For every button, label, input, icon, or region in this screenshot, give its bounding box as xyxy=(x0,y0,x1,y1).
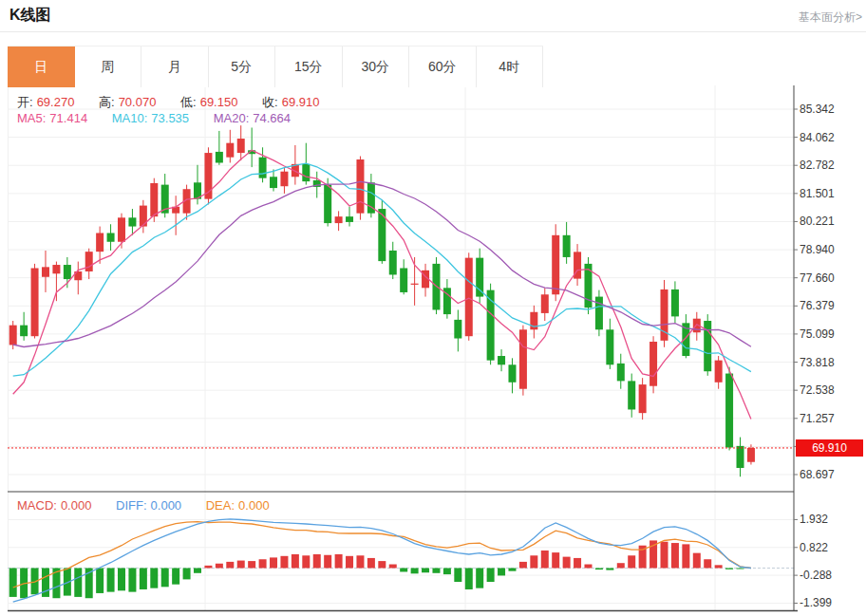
candle xyxy=(107,233,115,241)
candle xyxy=(324,185,331,223)
macd-bar xyxy=(313,554,321,569)
open-label: 开: xyxy=(17,95,33,109)
macd-bar xyxy=(574,558,581,569)
tab-月[interactable]: 月 xyxy=(141,47,209,87)
axis-label: 76.379 xyxy=(800,299,835,312)
candle xyxy=(476,258,483,297)
candle xyxy=(639,384,647,413)
axis-label: 73.818 xyxy=(800,356,835,369)
tab-15分[interactable]: 15分 xyxy=(275,47,343,87)
axis-label: 80.221 xyxy=(800,215,835,228)
tab-日[interactable]: 日 xyxy=(8,47,75,87)
macd-bar xyxy=(476,569,483,588)
candle xyxy=(552,235,559,294)
dea-value: 0.000 xyxy=(238,498,270,513)
macd-bar xyxy=(140,569,147,589)
candle xyxy=(671,289,679,316)
macd-bar xyxy=(411,569,419,574)
tab-4时[interactable]: 4时 xyxy=(477,47,544,87)
macd-bar xyxy=(465,569,473,589)
candle xyxy=(737,446,744,468)
macd-bar xyxy=(226,562,234,569)
candle xyxy=(128,217,136,226)
macd-bar xyxy=(628,555,635,568)
macd-bar xyxy=(422,569,429,573)
macd-bar xyxy=(704,559,711,568)
axis-label: 85.342 xyxy=(800,103,835,116)
macd-bar xyxy=(400,569,407,572)
tab-周[interactable]: 周 xyxy=(75,47,142,87)
macd-bar xyxy=(487,569,495,583)
candle xyxy=(140,206,147,227)
axis-label: 71.257 xyxy=(800,412,835,425)
candle xyxy=(259,158,267,178)
macd-bar xyxy=(248,561,255,568)
timeframe-tabbar: 日周月5分15分30分60分4时 xyxy=(8,46,543,87)
axis-label: 81.501 xyxy=(800,187,835,200)
axis-label: 82.782 xyxy=(800,159,835,172)
close-value: 69.910 xyxy=(282,95,320,109)
macd-bar xyxy=(335,554,343,569)
candle xyxy=(715,361,723,383)
candle xyxy=(747,448,755,462)
diff-label: DIFF: xyxy=(116,498,147,513)
macd-bar xyxy=(498,569,505,576)
axis-label: 1.932 xyxy=(800,513,828,526)
macd-bar xyxy=(107,569,115,592)
macd-bar xyxy=(216,564,223,569)
macd-bar xyxy=(237,561,245,569)
ma-legend: MA5:71.414 MA10:73.535 MA20:74.664 xyxy=(17,111,294,125)
macd-bar xyxy=(9,569,17,597)
macd-bar xyxy=(346,556,353,569)
macd-bar xyxy=(725,569,733,569)
chart-canvas[interactable]: 85.34284.06282.78281.50180.22178.94077.6… xyxy=(0,0,866,616)
axis-label: 84.062 xyxy=(800,131,835,144)
ma10-value: 73.535 xyxy=(151,111,189,125)
ma20-value: 74.664 xyxy=(253,111,291,125)
candle xyxy=(237,139,245,153)
axis-label: -1.399 xyxy=(800,596,832,609)
candle xyxy=(226,143,234,158)
macd-bar xyxy=(270,557,277,568)
high-label: 高: xyxy=(99,95,115,109)
candle xyxy=(389,251,397,274)
macd-bar xyxy=(302,555,310,568)
candle xyxy=(508,364,516,383)
candle xyxy=(150,183,158,216)
macd-bar xyxy=(292,554,299,569)
macd-bar xyxy=(715,565,723,568)
candle xyxy=(31,269,39,337)
dea-label: DEA: xyxy=(206,498,235,513)
macd-bar xyxy=(508,569,516,571)
candle xyxy=(216,152,223,163)
close-label: 收: xyxy=(262,95,278,109)
macd-bar xyxy=(378,561,386,568)
candle xyxy=(335,216,343,223)
candle xyxy=(302,164,310,181)
macd-bar xyxy=(661,542,668,569)
macd-bar xyxy=(356,555,364,568)
macd-bar xyxy=(584,565,592,569)
candle xyxy=(650,342,657,386)
high-value: 70.070 xyxy=(119,95,157,109)
macd-bar xyxy=(150,569,158,588)
axis-label: 72.538 xyxy=(800,383,835,397)
axis-label: 77.660 xyxy=(800,271,835,285)
low-label: 低: xyxy=(180,95,197,109)
macd-bar xyxy=(432,569,440,573)
macd-bar xyxy=(74,569,82,597)
tab-30分[interactable]: 30分 xyxy=(343,47,410,87)
macd-bar xyxy=(204,566,212,569)
ma5-label: MA5: xyxy=(17,111,46,125)
tab-5分[interactable]: 5分 xyxy=(209,47,276,87)
candle xyxy=(519,329,527,388)
candle xyxy=(498,356,505,364)
macd-bar xyxy=(161,569,169,588)
macd-bar xyxy=(389,565,397,569)
candle xyxy=(595,297,603,330)
tab-60分[interactable]: 60分 xyxy=(409,47,477,87)
ma5-value: 71.414 xyxy=(49,111,87,125)
candle xyxy=(465,258,473,337)
fundamental-analysis-link[interactable]: 基本面分析> xyxy=(799,9,862,26)
candle xyxy=(454,320,461,339)
